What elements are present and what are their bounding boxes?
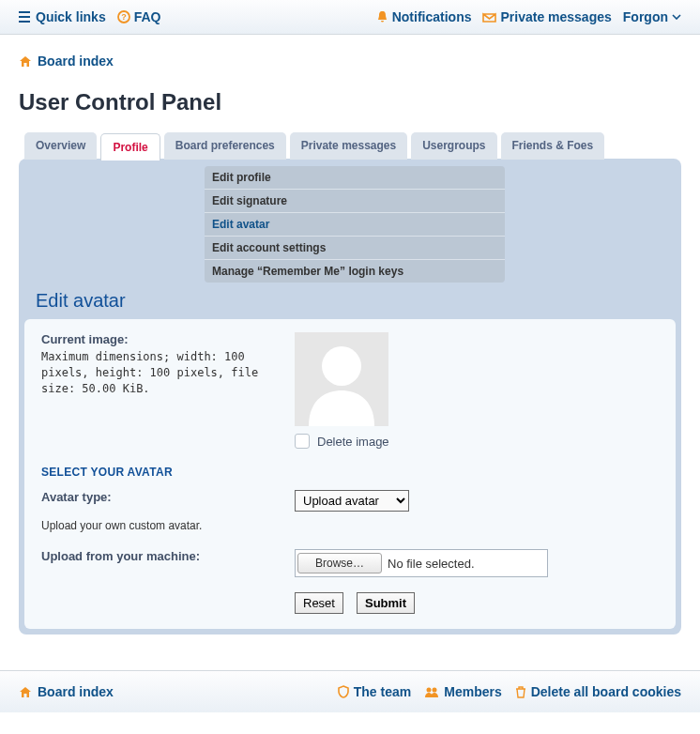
avatar-placeholder-icon	[295, 332, 388, 426]
form-inner: Current image: Maximum dimensions; width…	[24, 319, 676, 629]
reset-button[interactable]: Reset	[295, 592, 343, 614]
form-buttons: Reset Submit	[295, 592, 659, 614]
avatar-type-hint: Upload your own custom avatar.	[41, 519, 659, 532]
members-label: Members	[444, 684, 501, 699]
breadcrumb-label: Board index	[38, 54, 114, 69]
tab-usergroups[interactable]: Usergroups	[411, 132, 496, 160]
notifications-link[interactable]: Notifications	[376, 9, 472, 24]
current-image-labelcol: Current image: Maximum dimensions; width…	[41, 332, 295, 449]
notifications-label: Notifications	[392, 9, 472, 24]
subnav-remember-me[interactable]: Manage “Remember Me” login keys	[205, 260, 505, 283]
bars-icon	[19, 11, 32, 23]
submit-button[interactable]: Submit	[357, 592, 415, 614]
question-icon: ?	[117, 10, 130, 23]
quick-links-label: Quick links	[36, 9, 106, 24]
avatar-preview	[295, 332, 388, 426]
avatar-type-label: Avatar type:	[41, 490, 295, 504]
current-image-controlcol: Delete image	[295, 332, 659, 449]
upload-label: Upload from your machine:	[41, 549, 295, 563]
user-menu[interactable]: Forgon	[623, 9, 681, 24]
current-image-label: Current image:	[41, 332, 295, 346]
delete-image-row: Delete image	[295, 434, 659, 449]
ucp-panel: Edit profile Edit signature Edit avatar …	[19, 159, 681, 635]
delete-image-label: Delete image	[317, 435, 389, 449]
home-icon	[19, 55, 32, 68]
pm-link[interactable]: Private messages	[482, 9, 611, 24]
footer-breadcrumb-label: Board index	[38, 684, 114, 699]
select-avatar-header: SELECT YOUR AVATAR	[41, 466, 659, 479]
avatar-type-controlcol: Upload avatar	[295, 490, 659, 512]
main-content: Board index User Control Panel Overview …	[0, 35, 700, 653]
trash-icon	[515, 685, 526, 698]
file-status: No file selected.	[388, 557, 475, 571]
current-image-desc: Maximum dimensions; width: 100 pixels, h…	[41, 349, 295, 396]
svg-text:?: ?	[121, 12, 127, 22]
members-link[interactable]: Members	[424, 684, 501, 699]
quick-links-menu[interactable]: Quick links	[19, 9, 106, 24]
tab-board-preferences[interactable]: Board preferences	[164, 132, 286, 160]
shield-icon	[338, 685, 349, 698]
subnav-edit-avatar[interactable]: Edit avatar	[205, 213, 505, 237]
footer-right: The team Members Delete all board cookie…	[328, 684, 681, 699]
current-image-row: Current image: Maximum dimensions; width…	[41, 332, 659, 449]
svg-point-8	[433, 687, 437, 692]
ucp-tabs: Overview Profile Board preferences Priva…	[24, 132, 681, 160]
avatar-type-labelcol: Avatar type:	[41, 490, 295, 512]
users-icon	[424, 686, 439, 698]
home-icon	[19, 686, 32, 698]
avatar-type-select[interactable]: Upload avatar	[295, 490, 409, 512]
breadcrumb[interactable]: Board index	[19, 54, 681, 69]
footer-navbar: Board index The team Members Delete all …	[0, 670, 700, 712]
subnav-edit-profile[interactable]: Edit profile	[205, 166, 505, 190]
delete-image-checkbox[interactable]	[295, 434, 310, 449]
svg-point-7	[427, 687, 432, 692]
pm-label: Private messages	[500, 9, 611, 24]
tab-private-messages[interactable]: Private messages	[290, 132, 407, 160]
avatar-type-row: Avatar type: Upload avatar	[41, 490, 659, 512]
upload-row: Upload from your machine: Browse… No fil…	[41, 549, 659, 577]
file-input[interactable]: Browse… No file selected.	[295, 549, 548, 577]
subnav-edit-signature[interactable]: Edit signature	[205, 190, 505, 213]
delete-cookies-link[interactable]: Delete all board cookies	[515, 684, 681, 699]
tab-profile[interactable]: Profile	[100, 133, 160, 161]
top-navbar-left: Quick links ? FAQ	[19, 9, 160, 24]
caret-down-icon	[672, 14, 681, 20]
upload-controlcol: Browse… No file selected.	[295, 549, 659, 577]
top-navbar-right: Notifications Private messages Forgon	[376, 9, 681, 24]
tab-friends-foes[interactable]: Friends & Foes	[501, 132, 605, 160]
username-label: Forgon	[623, 9, 668, 24]
faq-link[interactable]: ? FAQ	[117, 9, 161, 24]
subnav-edit-account[interactable]: Edit account settings	[205, 237, 505, 260]
profile-subnav: Edit profile Edit signature Edit avatar …	[205, 166, 505, 283]
inbox-icon	[482, 11, 496, 23]
footer-breadcrumb[interactable]: Board index	[19, 684, 114, 699]
faq-label: FAQ	[134, 9, 161, 24]
delete-cookies-label: Delete all board cookies	[531, 684, 681, 699]
top-navbar: Quick links ? FAQ Notifications Private …	[0, 0, 700, 35]
upload-labelcol: Upload from your machine:	[41, 549, 295, 577]
team-link[interactable]: The team	[338, 684, 411, 699]
team-label: The team	[354, 684, 411, 699]
page-title: User Control Panel	[19, 89, 681, 115]
bell-icon	[376, 10, 388, 23]
tab-overview[interactable]: Overview	[24, 132, 97, 160]
browse-button[interactable]: Browse…	[297, 553, 382, 573]
section-title: Edit avatar	[36, 290, 676, 312]
svg-point-6	[322, 346, 361, 386]
